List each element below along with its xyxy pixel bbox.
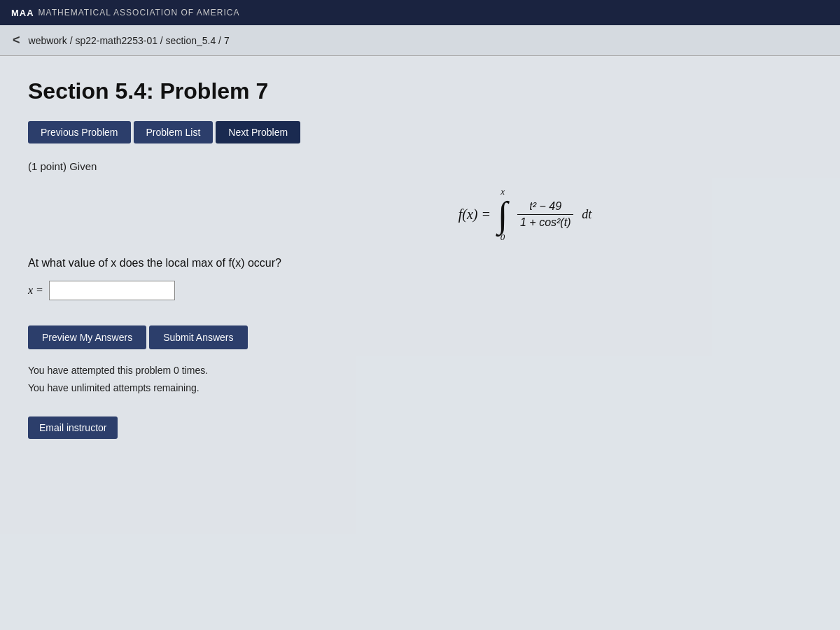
submit-answers-button[interactable]: Submit Answers [149, 326, 247, 349]
page-title: Section 5.4: Problem 7 [28, 78, 812, 104]
nav-buttons: Previous Problem Problem List Next Probl… [28, 121, 812, 144]
math-formula: f(x) = x ∫ 0 t² − 49 1 + cos²(t) dt [458, 186, 592, 243]
main-content: Section 5.4: Problem 7 Previous Problem … [0, 56, 840, 630]
formula-container: f(x) = x ∫ 0 t² − 49 1 + cos²(t) dt [238, 186, 812, 243]
email-instructor-button[interactable]: Email instructor [28, 416, 118, 439]
integral-lower: 0 [500, 232, 505, 243]
problem-list-button[interactable]: Problem List [134, 121, 214, 144]
integrand-fraction: t² − 49 1 + cos²(t) [517, 200, 573, 229]
formula-lhs: f(x) = [458, 206, 491, 223]
answer-label: x = [28, 284, 43, 297]
question-text: At what value of x does the local max of… [28, 257, 812, 270]
maa-acronym: MAA [11, 8, 34, 18]
dt-label: dt [582, 207, 592, 222]
attempt-line1: You have attempted this problem 0 times. [28, 362, 812, 379]
breadcrumb: webwork / sp22-math2253-01 / section_5.4… [29, 35, 230, 46]
attempt-info: You have attempted this problem 0 times.… [28, 362, 812, 397]
problem-section: (1 point) Given f(x) = x ∫ 0 t² − 49 [28, 160, 812, 300]
top-bar: MAA MATHEMATICAL ASSOCIATION OF AMERICA [0, 0, 840, 25]
integral-sign: ∫ [498, 199, 507, 232]
problem-points: (1 point) Given [28, 160, 812, 172]
back-button[interactable]: < [13, 33, 20, 48]
fraction-denominator: 1 + cos²(t) [520, 215, 570, 229]
attempt-line2: You have unlimited attempts remaining. [28, 379, 812, 397]
maa-logo: MAA MATHEMATICAL ASSOCIATION OF AMERICA [11, 8, 240, 18]
answer-row: x = [28, 281, 812, 300]
integral-limits: x ∫ 0 [498, 186, 507, 243]
preview-answers-button[interactable]: Preview My Answers [28, 326, 146, 349]
action-buttons: Preview My Answers Submit Answers [28, 326, 812, 349]
previous-problem-button[interactable]: Previous Problem [28, 121, 131, 144]
fraction-numerator: t² − 49 [529, 200, 561, 214]
answer-input[interactable] [49, 281, 175, 300]
integral-group: x ∫ 0 [498, 186, 507, 243]
breadcrumb-bar: < webwork / sp22-math2253-01 / section_5… [0, 25, 840, 56]
org-name: MATHEMATICAL ASSOCIATION OF AMERICA [38, 8, 240, 18]
next-problem-button[interactable]: Next Problem [216, 121, 300, 144]
